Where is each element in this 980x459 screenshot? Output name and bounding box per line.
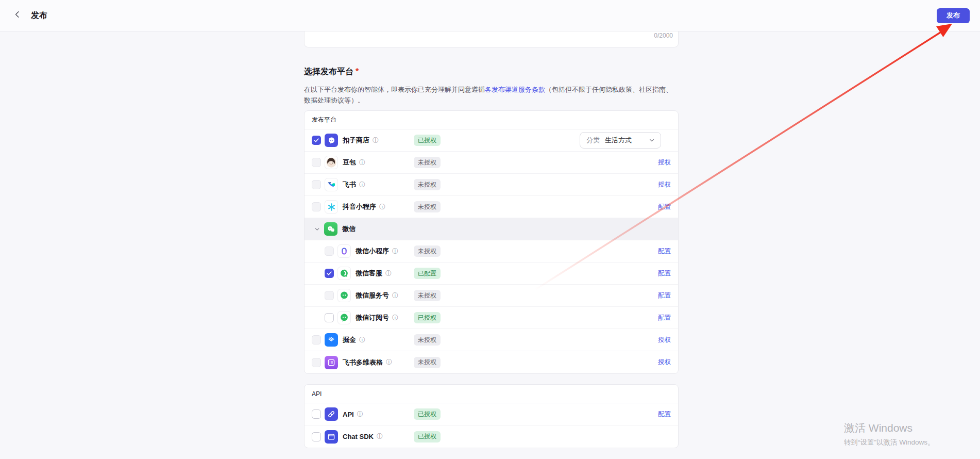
windows-watermark: 激活 Windows 转到“设置”以激活 Windows。 bbox=[844, 421, 935, 447]
checkbox-disabled[interactable] bbox=[312, 358, 321, 367]
section-title-text: 选择发布平台 bbox=[304, 67, 353, 76]
info-icon[interactable]: ⓘ bbox=[392, 314, 398, 322]
description-textarea[interactable]: 0/2000 bbox=[304, 31, 679, 47]
platform-name: 抖音小程序 bbox=[343, 202, 376, 211]
info-icon[interactable]: ⓘ bbox=[377, 432, 383, 441]
status-badge: 未授权 bbox=[414, 179, 441, 190]
info-icon[interactable]: ⓘ bbox=[359, 181, 365, 189]
checkbox-checked[interactable] bbox=[325, 269, 334, 278]
platform-name: 微信服务号 bbox=[356, 291, 389, 300]
authorize-link[interactable]: 授权 bbox=[658, 336, 671, 345]
info-icon[interactable]: ⓘ bbox=[373, 136, 379, 145]
doubao-icon bbox=[325, 156, 338, 169]
section-description: 在以下平台发布你的智能体，即表示你已充分理解并同意遵循各发布渠道服务条款（包括但… bbox=[304, 84, 679, 106]
platform-name: API bbox=[343, 411, 354, 418]
terms-link[interactable]: 各发布渠道服务条款 bbox=[485, 86, 545, 93]
checkbox-checked[interactable] bbox=[312, 136, 321, 145]
info-icon[interactable]: ⓘ bbox=[392, 247, 398, 256]
platform-name: 微信小程序 bbox=[356, 247, 389, 256]
platform-row-douyin-miniapp: 抖音小程序 ⓘ 未授权 配置 bbox=[305, 196, 678, 218]
watermark-subtitle: 转到“设置”以激活 Windows。 bbox=[844, 438, 935, 447]
status-badge: 已授权 bbox=[414, 312, 441, 323]
configure-link[interactable]: 配置 bbox=[658, 410, 671, 419]
platform-name: 掘金 bbox=[343, 335, 356, 345]
douyin-miniapp-icon bbox=[325, 200, 338, 214]
status-badge: 已授权 bbox=[414, 408, 441, 420]
checkbox-unchecked[interactable] bbox=[312, 409, 321, 419]
platform-name: 微信客服 bbox=[356, 269, 382, 278]
category-label: 分类 bbox=[586, 136, 600, 145]
chevron-down-icon[interactable] bbox=[312, 226, 322, 233]
category-value: 生活方式 bbox=[605, 136, 632, 145]
coze-store-icon bbox=[325, 134, 338, 147]
status-badge: 已授权 bbox=[414, 135, 441, 146]
api-table: API API ⓘ 已授权 配置 Chat SDK ⓘ bbox=[304, 384, 679, 448]
checkbox-disabled[interactable] bbox=[312, 335, 321, 345]
configure-link[interactable]: 配置 bbox=[658, 269, 671, 278]
platform-row-feishu: 飞书 ⓘ 未授权 授权 bbox=[305, 174, 678, 196]
platform-row-doubao: 豆包 ⓘ 未授权 授权 bbox=[305, 152, 678, 174]
checkbox-disabled[interactable] bbox=[312, 180, 321, 189]
platform-row-feishu-bitable: 飞书多维表格 ⓘ 未授权 授权 bbox=[305, 351, 678, 373]
watermark-title: 激活 Windows bbox=[844, 421, 935, 435]
info-icon[interactable]: ⓘ bbox=[385, 269, 392, 278]
info-icon[interactable]: ⓘ bbox=[392, 291, 398, 300]
group-name: 微信 bbox=[342, 224, 356, 234]
info-icon[interactable]: ⓘ bbox=[379, 203, 385, 211]
chat-sdk-icon bbox=[325, 430, 338, 444]
platform-table: 发布平台 扣子商店 ⓘ 已授权 分类 生活方式 bbox=[304, 110, 679, 374]
status-badge: 未授权 bbox=[414, 201, 441, 212]
wechat-icon bbox=[324, 222, 337, 236]
platform-name: 扣子商店 bbox=[343, 136, 369, 145]
info-icon[interactable]: ⓘ bbox=[357, 410, 363, 419]
configure-link[interactable]: 配置 bbox=[658, 247, 671, 256]
configure-link[interactable]: 配置 bbox=[658, 203, 671, 211]
info-icon[interactable]: ⓘ bbox=[359, 158, 365, 167]
info-icon[interactable]: ⓘ bbox=[359, 336, 365, 345]
section-title: 选择发布平台* bbox=[304, 67, 679, 77]
api-row-api: API ⓘ 已授权 配置 bbox=[305, 403, 678, 425]
platform-row-wechat-kefu: 微信客服 ⓘ 已配置 配置 bbox=[305, 263, 678, 285]
category-select[interactable]: 分类 生活方式 bbox=[580, 132, 661, 149]
checkbox-disabled[interactable] bbox=[325, 247, 334, 256]
platform-row-wechat-miniapp: 微信小程序 ⓘ 未授权 配置 bbox=[305, 240, 678, 263]
wechat-miniapp-icon bbox=[337, 244, 351, 258]
authorize-link[interactable]: 授权 bbox=[658, 158, 671, 167]
required-asterisk: * bbox=[356, 67, 359, 76]
checkbox-unchecked[interactable] bbox=[312, 432, 321, 441]
wechat-kefu-icon bbox=[337, 267, 351, 280]
platform-group-wechat[interactable]: 微信 bbox=[305, 218, 678, 240]
checkbox-disabled[interactable] bbox=[312, 202, 321, 211]
configure-link[interactable]: 配置 bbox=[658, 291, 671, 300]
platform-name: 飞书多维表格 bbox=[343, 358, 383, 367]
status-badge: 未授权 bbox=[414, 357, 441, 368]
authorize-link[interactable]: 授权 bbox=[658, 181, 671, 189]
wechat-subscription-icon bbox=[337, 311, 351, 324]
api-row-chat-sdk: Chat SDK ⓘ 已授权 bbox=[305, 425, 678, 448]
feishu-bitable-icon bbox=[325, 356, 338, 369]
platform-name: Chat SDK bbox=[343, 433, 374, 440]
info-icon[interactable]: ⓘ bbox=[386, 358, 392, 367]
chevron-left-icon bbox=[13, 10, 22, 21]
api-table-header: API bbox=[305, 385, 678, 403]
char-counter: 0/2000 bbox=[654, 32, 673, 39]
authorize-link[interactable]: 授权 bbox=[658, 358, 671, 367]
chevron-down-icon bbox=[648, 137, 655, 144]
configure-link[interactable]: 配置 bbox=[658, 314, 671, 322]
platform-table-header: 发布平台 bbox=[305, 111, 678, 129]
checkbox-disabled[interactable] bbox=[312, 158, 321, 167]
juejin-icon bbox=[325, 333, 338, 347]
back-button[interactable] bbox=[10, 8, 25, 23]
status-badge: 未授权 bbox=[414, 334, 441, 346]
status-badge: 未授权 bbox=[414, 157, 441, 168]
checkbox-unchecked[interactable] bbox=[325, 313, 334, 322]
publish-form: 0/2000 选择发布平台* 在以下平台发布你的智能体，即表示你已充分理解并同意… bbox=[304, 31, 679, 448]
top-bar: 发布 发布 bbox=[0, 0, 980, 31]
page-title: 发布 bbox=[31, 10, 47, 21]
wechat-service-icon bbox=[337, 289, 351, 302]
status-badge: 未授权 bbox=[414, 245, 441, 257]
description-text: 在以下平台发布你的智能体，即表示你已充分理解并同意遵循 bbox=[304, 86, 485, 93]
status-badge: 已配置 bbox=[414, 268, 441, 279]
checkbox-disabled[interactable] bbox=[325, 291, 334, 300]
publish-button[interactable]: 发布 bbox=[937, 8, 970, 23]
